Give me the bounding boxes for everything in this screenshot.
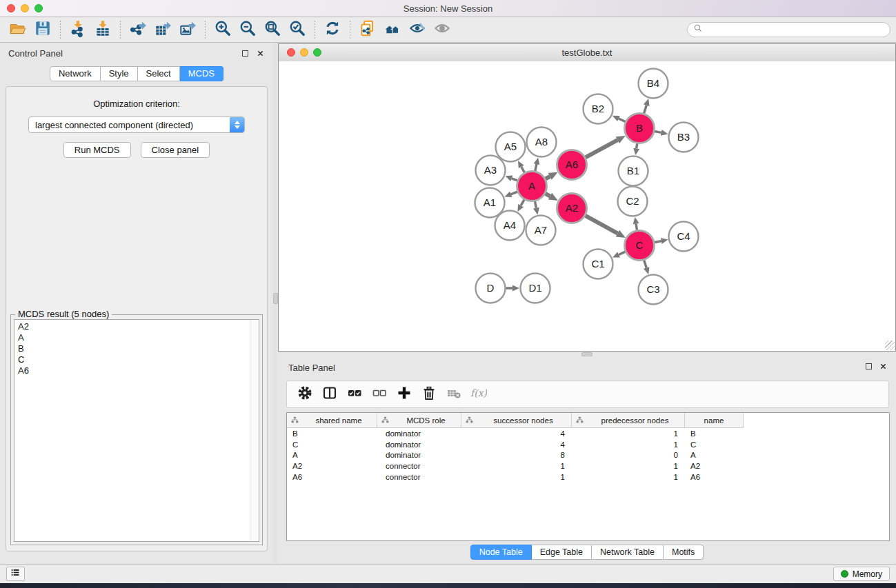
edge-A-A7[interactable]: [535, 201, 537, 208]
table-cell[interactable]: dominator: [377, 451, 461, 459]
table-cell[interactable]: B: [685, 429, 744, 438]
graph-node-A7[interactable]: A7: [526, 216, 556, 245]
column-header-MCDS-role[interactable]: MCDS role: [377, 413, 461, 428]
table-cell[interactable]: dominator: [377, 429, 461, 438]
graph-node-A4[interactable]: A4: [495, 211, 525, 241]
result-list-scrollbar[interactable]: [250, 320, 259, 541]
graph-node-B2[interactable]: B2: [584, 94, 613, 124]
network-canvas[interactable]: B4 B2 B B3 A5 A8 A6 B1 A3 A C2 A1 A2: [279, 61, 895, 351]
table-cell[interactable]: B: [287, 429, 377, 438]
edge-A-A5[interactable]: [521, 167, 525, 172]
first-neighbors-button[interactable]: [381, 19, 404, 40]
refresh-button[interactable]: [321, 19, 344, 40]
table-cell[interactable]: 1: [572, 473, 685, 481]
memory-button[interactable]: Memory: [833, 567, 890, 581]
graph-node-D1[interactable]: D1: [521, 274, 550, 303]
table-cell[interactable]: A: [287, 451, 377, 459]
tab-network[interactable]: Network: [50, 66, 101, 81]
window-resize-grip[interactable]: [885, 341, 895, 350]
table-cell[interactable]: A: [685, 451, 744, 459]
mcds-result-list[interactable]: A2ABCA6: [14, 319, 259, 542]
graph-node-A6[interactable]: A6: [557, 150, 587, 180]
edge-C-C4[interactable]: [655, 241, 661, 243]
column-header-name[interactable]: name: [685, 413, 744, 428]
table-cell[interactable]: A2: [685, 462, 744, 470]
close-panel-button-2[interactable]: Close panel: [141, 142, 210, 158]
table-cell[interactable]: 1: [572, 429, 685, 438]
export-table-button[interactable]: [152, 19, 174, 40]
open-session-button[interactable]: [7, 19, 29, 40]
edge-A-A1[interactable]: [511, 192, 517, 194]
graph-node-C[interactable]: C: [625, 231, 655, 261]
table-cell[interactable]: dominator: [377, 440, 461, 449]
table-cell[interactable]: connector: [377, 462, 461, 470]
zoom-in-button[interactable]: [212, 19, 234, 40]
splitter-grip[interactable]: [273, 293, 278, 304]
table-cell[interactable]: 1: [572, 440, 685, 449]
tab-mcds[interactable]: MCDS: [180, 66, 223, 81]
edge-A2-C[interactable]: [586, 216, 618, 234]
show-all-button[interactable]: [431, 19, 453, 40]
float-panel-button[interactable]: [241, 49, 250, 58]
tab-motifs[interactable]: Motifs: [664, 545, 704, 560]
hide-selected-button[interactable]: [406, 19, 428, 40]
run-mcds-button[interactable]: Run MCDS: [63, 142, 131, 158]
tab-select[interactable]: Select: [138, 66, 180, 81]
table-cell[interactable]: 0: [572, 451, 685, 459]
graph-node-D[interactable]: D: [476, 274, 506, 303]
graph-node-A2[interactable]: A2: [557, 194, 587, 223]
graph-node-A5[interactable]: A5: [496, 132, 526, 162]
result-list-item[interactable]: C: [18, 354, 255, 365]
edge-B-B1[interactable]: [637, 143, 637, 148]
add-column-button[interactable]: [392, 383, 417, 405]
edge-B-B4[interactable]: [644, 105, 647, 114]
result-list-item[interactable]: A: [18, 332, 255, 343]
close-table-panel-button[interactable]: [879, 362, 888, 371]
duplicate-network-button[interactable]: [357, 19, 379, 40]
graph-node-C3[interactable]: C3: [639, 275, 668, 305]
delete-button[interactable]: [417, 383, 441, 405]
column-header-predecessor-nodes[interactable]: predecessor nodes: [572, 413, 685, 428]
table-row[interactable]: Adominator80A: [287, 449, 889, 460]
export-network-button[interactable]: [127, 19, 149, 40]
table-cell[interactable]: 1: [572, 462, 685, 470]
table-cell[interactable]: 4: [461, 429, 572, 438]
zoom-fit-button[interactable]: [261, 19, 283, 40]
import-network-button[interactable]: [67, 19, 89, 40]
network-graph[interactable]: B4 B2 B B3 A5 A8 A6 B1 A3 A C2 A1 A2: [279, 61, 895, 351]
deselect-all-button[interactable]: [367, 383, 392, 405]
splitter-grip-horizontal[interactable]: [581, 352, 593, 356]
vertical-splitter[interactable]: [273, 43, 278, 564]
table-row[interactable]: A2connector11A2: [287, 460, 889, 472]
graph-node-B1[interactable]: B1: [619, 156, 648, 186]
close-panel-button[interactable]: [256, 49, 265, 58]
edge-A-A3[interactable]: [512, 179, 517, 181]
edge-B-B3[interactable]: [655, 132, 661, 133]
graph-node-B3[interactable]: B3: [669, 123, 699, 152]
table-cell[interactable]: C: [685, 440, 744, 449]
graph-node-A[interactable]: A: [517, 172, 547, 201]
tab-edge-table[interactable]: Edge Table: [532, 545, 592, 560]
edge-C-C3[interactable]: [644, 261, 647, 268]
graph-node-B[interactable]: B: [625, 114, 655, 143]
zoom-selected-button[interactable]: [286, 19, 308, 40]
result-list-item[interactable]: B: [18, 343, 255, 354]
optimization-dropdown[interactable]: largest connected component (directed): [28, 116, 245, 133]
graph-node-A8[interactable]: A8: [527, 128, 557, 157]
result-list-item[interactable]: A2: [18, 321, 255, 332]
zoom-out-button[interactable]: [237, 19, 259, 40]
graph-node-B4[interactable]: B4: [639, 69, 668, 99]
column-header-shared-name[interactable]: shared name: [287, 413, 377, 428]
column-header-successor-nodes[interactable]: successor nodes: [461, 413, 572, 428]
table-cell[interactable]: 8: [461, 451, 572, 459]
import-table-button[interactable]: [92, 19, 114, 40]
graph-node-C4[interactable]: C4: [669, 222, 699, 252]
task-history-button[interactable]: [6, 567, 25, 581]
table-cell[interactable]: A2: [287, 462, 377, 470]
graph-node-C2[interactable]: C2: [618, 187, 648, 216]
table-row[interactable]: A6connector11A6: [287, 472, 889, 483]
settings-gear-button[interactable]: [292, 383, 317, 405]
edge-A-A8[interactable]: [535, 164, 537, 171]
float-table-panel-button[interactable]: [864, 362, 873, 371]
edge-A-A2[interactable]: [546, 194, 550, 196]
